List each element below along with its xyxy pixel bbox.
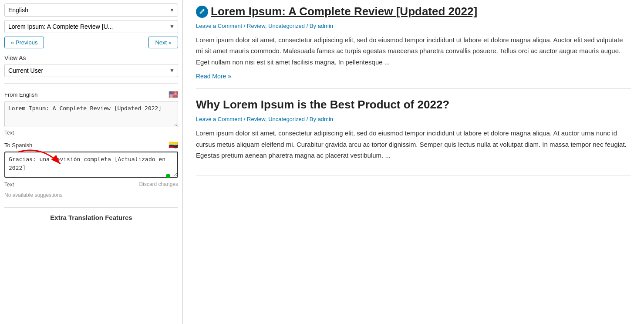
to-spanish-textarea[interactable] [4, 152, 178, 178]
to-lang-label: To Spanish [4, 142, 32, 148]
us-flag-icon: 🇺🇸 [169, 90, 178, 99]
article-block-2: Why Lorem Ipsum is the Best Product of 2… [196, 89, 631, 175]
article-body-2: Lorem ipsum dolor sit amet, consectetur … [196, 128, 631, 161]
view-as-select-wrapper: Current User Guest Admin ▼ [4, 64, 178, 77]
previous-button[interactable]: « Previous [4, 37, 44, 48]
right-panel: Lorem Ipsum: A Complete Review [Updated … [183, 0, 644, 324]
view-as-label: View As [4, 54, 178, 61]
post-select-wrapper: Lorem Ipsum: A Complete Review [U... ▼ [4, 20, 178, 33]
extra-features-section: Extra Translation Features [4, 207, 178, 221]
view-as-select[interactable]: Current User Guest Admin [4, 64, 178, 77]
no-suggestions-text: No available suggestions [4, 192, 178, 198]
discard-changes-link[interactable]: Discard changes [139, 181, 178, 187]
article-title-row-1: Lorem Ipsum: A Complete Review [Updated … [196, 4, 631, 19]
from-english-type: Text [4, 130, 178, 136]
article-block-1: Lorem Ipsum: A Complete Review [Updated … [196, 0, 631, 89]
post-select[interactable]: Lorem Ipsum: A Complete Review [U... [4, 20, 178, 33]
language-select-wrapper: English Spanish ▼ [4, 3, 178, 17]
section-divider-1 [4, 83, 178, 84]
read-more-link-1[interactable]: Read More » [196, 73, 231, 80]
to-spanish-section: To Spanish 🇨🇴 Text Discard changes [4, 140, 178, 188]
language-select[interactable]: English Spanish [4, 3, 178, 17]
green-dot-indicator [166, 174, 170, 178]
to-spanish-type: Text [4, 182, 14, 188]
from-english-section: From English 🇺🇸 Text [4, 90, 178, 136]
pencil-icon [196, 6, 208, 18]
article-title-2[interactable]: Why Lorem Ipsum is the Best Product of 2… [196, 98, 449, 112]
from-english-header: From English 🇺🇸 [4, 90, 178, 99]
to-spanish-bottom-row: Text Discard changes [4, 180, 178, 188]
article-title-1[interactable]: Lorem Ipsum: A Complete Review [Updated … [211, 4, 477, 19]
article-title-row-2: Why Lorem Ipsum is the Best Product of 2… [196, 98, 631, 112]
article-body-1: Lorem ipsum dolor sit amet, consectetur … [196, 34, 631, 68]
extra-features-title: Extra Translation Features [4, 214, 178, 221]
left-panel: English Spanish ▼ Lorem Ipsum: A Complet… [0, 0, 183, 324]
to-spanish-header: To Spanish 🇨🇴 [4, 140, 178, 150]
article-meta-2: Leave a Comment / Review, Uncategorized … [196, 116, 631, 122]
pencil-svg [199, 9, 205, 15]
from-english-textarea[interactable] [4, 101, 178, 127]
nav-buttons: « Previous Next » [4, 37, 178, 48]
article-meta-1: Leave a Comment / Review, Uncategorized … [196, 23, 631, 29]
from-lang-label: From English [4, 91, 38, 98]
next-button[interactable]: Next » [148, 37, 178, 48]
colombia-flag-icon: 🇨🇴 [169, 140, 178, 150]
